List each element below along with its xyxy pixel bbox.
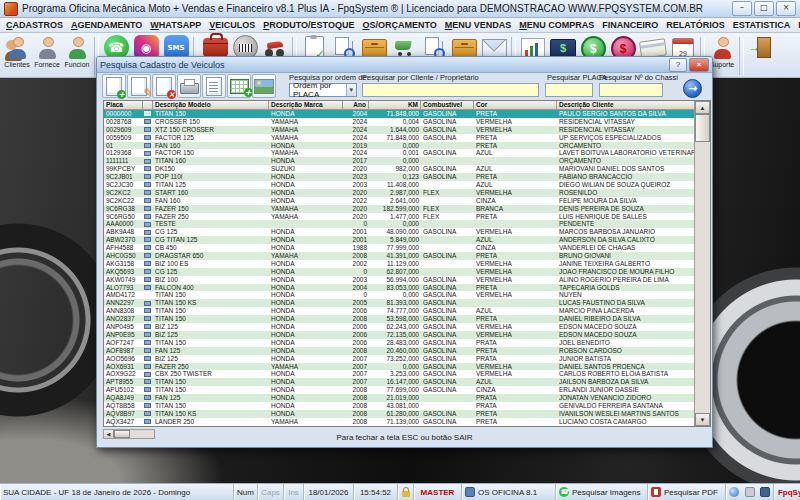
report-button[interactable] (202, 74, 226, 98)
vertical-scrollbar[interactable]: ▲ ▼ (694, 101, 710, 426)
vehicle-row[interactable]: 0059509 FACTOR 125 YAMAHA 2024 71.848,00… (104, 134, 710, 142)
toolbar-correspondencia[interactable] (481, 35, 507, 57)
vehicle-row[interactable]: 9C6RG50 FAZER 250 YAMAHA 2020 1.477,000 … (104, 213, 710, 221)
minimize-button[interactable]: – (732, 1, 752, 16)
vehicle-row[interactable]: AKW0749 BIZ 100 HONDA 2003 56.994,000 GA… (104, 276, 710, 284)
dialog-close-button[interactable]: × (689, 58, 709, 72)
search-images-button[interactable]: ☎ Pesquisar Imagens (556, 484, 648, 500)
menu-item[interactable]: MENU COMPRAS (515, 20, 598, 30)
vehicle-row[interactable]: 0028768 CROSSER 150 YAMAHA 2024 0,004 GA… (104, 118, 710, 126)
column-header-modelo[interactable]: Descrição Modelo (153, 101, 269, 110)
vehicle-row[interactable]: AOO5696 BIZ 125 HONDA 2007 73.252,000 GA… (104, 355, 710, 363)
dialog-titlebar[interactable]: Pesquisa Cadastro de Veiculos ? × (97, 57, 712, 73)
vehicle-row[interactable]: 99KPCBY DK150 SUZUKI 2020 982,000 GASOLI… (104, 165, 710, 173)
column-header-ano[interactable]: Ano (343, 101, 369, 110)
add-record-button[interactable]: + (102, 74, 126, 98)
toolbar-clientes[interactable]: Clientes (4, 35, 30, 68)
vehicle-row[interactable]: ALO7793 FALCON 400 HONDA 2004 83.053,000… (104, 284, 710, 292)
menu-item[interactable]: WHATSAPP (146, 20, 205, 30)
vehicle-row[interactable]: 1111111 TITAN 160 HONDA 2017 0,000 ORÇAM… (104, 157, 710, 165)
vehicle-row[interactable]: 0029609 XTZ 150 CROSSER YAMAHA 2024 1.64… (104, 126, 710, 134)
print-button[interactable] (177, 74, 201, 98)
vehicle-photos-button[interactable] (252, 74, 276, 98)
export-grid-button[interactable]: + (227, 74, 251, 98)
close-button[interactable]: × (776, 1, 796, 16)
vehicle-row[interactable]: ABW2370 CG TITAN 125 HONDA 2001 5.849,00… (104, 236, 710, 244)
vehicle-row[interactable]: APT8955 TITAN 150 HONDA 2007 16.147,000 … (104, 378, 710, 386)
vehicle-row[interactable]: APU5102 TITAN 150 HONDA 2008 77.699,000 … (104, 386, 710, 394)
toolbar-arquivo[interactable] (361, 35, 387, 57)
scroll-down-arrow[interactable]: ▼ (695, 413, 710, 426)
vehicle-row[interactable]: AQA8J49 FAN 125 HONDA 2008 21.019,000 PR… (104, 394, 710, 402)
vehicle-row[interactable]: AMD4172 TITAN 150 HONDA 0 0,000 GASOLINA… (104, 291, 710, 299)
column-header-icon[interactable] (143, 101, 153, 110)
order-select-value: Ordem por PLACA (293, 81, 346, 99)
vehicle-row[interactable]: AQV8B97 TITAN 150 KS HONDA 2008 61.280,0… (104, 410, 710, 418)
vehicle-row[interactable]: ANN8308 TITAN 150 HONDA 2006 74.777,000 … (104, 307, 710, 315)
client-search-input[interactable] (362, 83, 539, 97)
toolbar-funcionarios[interactable]: Funcion (64, 35, 90, 68)
column-header-placa[interactable]: Placa (104, 101, 143, 110)
vehicle-row[interactable]: AQT8B58 TITAN 150 HONDA 2008 43.081,000 … (104, 402, 710, 410)
vehicle-row[interactable]: 9C6RG38 FAZER 150 YAMAHA 2020 182.599,00… (104, 205, 710, 213)
menu-item[interactable]: CADASTROS (2, 20, 67, 30)
column-header-marca[interactable]: Descrição Marca (269, 101, 343, 110)
scroll-up-arrow[interactable]: ▲ (695, 101, 710, 114)
placa-search-input[interactable] (545, 83, 593, 97)
vehicle-row[interactable]: ANO2837 TITAN 150 HONDA 2008 53.598,000 … (104, 315, 710, 323)
vehicle-row[interactable]: AKQ5693 CG 125 HONDA 0 62.807,000 VERMEL… (104, 268, 710, 276)
vehicle-row[interactable]: 9C2KC22 FAN 160 HONDA 2022 2.641,000 CIN… (104, 197, 710, 205)
toolbar-arquivo-2[interactable] (451, 35, 477, 57)
vehicle-row[interactable]: ANP0495 BIZ 125 HONDA 2006 62.243,000 GA… (104, 323, 710, 331)
menu-item[interactable]: PRODUTO/ESTOQUE (259, 20, 358, 30)
vehicle-row[interactable]: AOF7247 TITAN 150 HONDA 2006 28.483,000 … (104, 339, 710, 347)
globe-icon[interactable] (729, 487, 739, 497)
menu-item[interactable]: ESTATISTICA (729, 20, 795, 30)
vehicle-row[interactable]: AHC0G50 DRAGSTAR 650 YAMAHA 2008 41.391,… (104, 252, 710, 260)
vehicle-row[interactable]: 0000000 TITAN 150 HONDA 2004 71.848,000 … (104, 110, 710, 118)
edit-record-button[interactable]: ✎ (127, 74, 151, 98)
menu-item[interactable]: VEICULOS (205, 20, 259, 30)
toolbar-caixa[interactable]: $ (550, 35, 576, 58)
menu-item[interactable]: FERRAMENTAS (794, 20, 800, 30)
printer-icon[interactable] (745, 487, 755, 497)
toolbar-sair[interactable] (748, 35, 774, 60)
maximize-button[interactable]: □ (754, 1, 774, 16)
order-select[interactable]: Ordem por PLACA ▼ (289, 83, 357, 97)
search-pdf-button[interactable]: Pesquisar PDF (648, 484, 726, 500)
column-header-combustivel[interactable]: Combustivel (421, 101, 474, 110)
menu-item[interactable]: RELATÓRIOS (662, 20, 728, 30)
menu-item[interactable]: OS/ORÇAMENTO (358, 20, 440, 30)
vehicle-photo-icon (144, 277, 151, 282)
search-go-button[interactable]: → (683, 79, 702, 98)
vehicle-row[interactable]: 9C2JC30 TITAN 125 HONDA 2003 11.408,000 … (104, 181, 710, 189)
toolbar-ferramentas[interactable] (202, 35, 228, 57)
vehicle-row[interactable]: ANP0E95 BIZ 125 HONDA 2006 72.135,000 GA… (104, 331, 710, 339)
menu-item[interactable]: MENU VENDAS (441, 20, 516, 30)
vehicle-row[interactable]: 01 FAN 160 HONDA 2019 0,000 PRETA ORÇAME… (104, 142, 710, 150)
toolbar-fornecedores[interactable]: Fornece (34, 35, 60, 68)
column-header-cor[interactable]: Cor (474, 101, 557, 110)
vehicle-row[interactable]: AKG3158 BIZ 100 ES HONDA 2002 11.129,000… (104, 260, 710, 268)
vehicle-row[interactable]: 9C2JB01 POP 110I HONDA 2023 0,123 GASOLI… (104, 173, 710, 181)
vehicle-row[interactable]: ABK9A48 CG 125 HONDA 2001 48.090,000 GAS… (104, 228, 710, 236)
toolbar-cartoes[interactable] (640, 35, 666, 57)
vehicle-row[interactable]: AOF8987 FAN 125 HONDA 2008 20.460,000 GA… (104, 347, 710, 355)
vehicle-row[interactable]: AQX3427 LANDER 250 YAMAHA 2008 71.139,00… (104, 418, 710, 426)
chassi-search-input[interactable] (599, 83, 663, 97)
scrollbar-thumb[interactable] (695, 114, 710, 142)
delete-record-button[interactable]: × (152, 74, 176, 98)
dialog-help-button[interactable]: ? (669, 58, 687, 72)
vehicle-row[interactable]: AFH4588 CB 450 HONDA 1988 77.999,000 CIN… (104, 244, 710, 252)
monitor-icon[interactable] (760, 487, 770, 497)
vehicle-row[interactable]: AOX9G22 CBX 250 TWISTER HONDA 2007 3.253… (104, 370, 710, 378)
column-header-cliente[interactable]: Descrição Cliente (557, 101, 696, 110)
vehicle-row[interactable]: 9C2KC2 START 160 HONDA 2020 2.987,000 FL… (104, 189, 710, 197)
menu-item[interactable]: FINANCEIRO (598, 20, 662, 30)
vehicle-row[interactable]: AAA0000 TESTE 0 0,000 PENDENTE (104, 220, 710, 228)
menu-item[interactable]: AGENDAMENTO (67, 20, 146, 30)
vehicle-row[interactable]: AOX6931 FAZER 250 YAMAHA 2007 0,000 GASO… (104, 363, 710, 371)
vehicle-row[interactable]: ANN2297 TITAN 150 KS HONDA 2005 81.393,0… (104, 299, 710, 307)
vehicle-row[interactable]: 0129368 FACTOR 150 YAMAHA 2024 0,001 GAS… (104, 149, 710, 157)
column-header-km[interactable]: KM (369, 101, 421, 110)
